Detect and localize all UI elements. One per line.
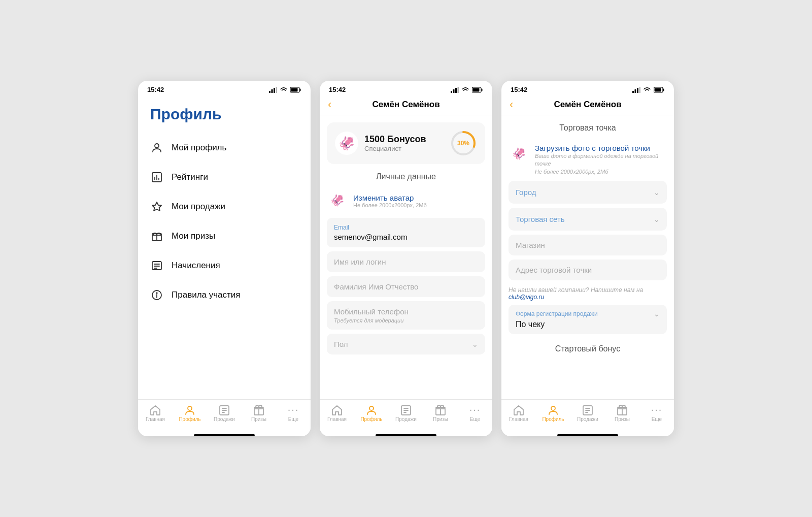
ratings-icon: [150, 171, 163, 184]
gift-icon: [150, 230, 163, 243]
tab-home-2[interactable]: Главная: [324, 404, 350, 422]
menu-item-ratings[interactable]: Рейтинги: [138, 163, 311, 192]
tab-prizes-3[interactable]: Призы: [609, 404, 635, 422]
nav-header-2: ‹ Семён Семёнов: [320, 96, 492, 115]
trade-photo-label[interactable]: Загрузить фото с торговой точки: [535, 144, 667, 152]
email-field[interactable]: Email semenov@gmail.com: [327, 218, 485, 247]
section-trade-title: Торговая точка: [501, 115, 674, 137]
tab-home-label-3: Главная: [509, 416, 528, 422]
tab-profile-1[interactable]: Профиль: [177, 404, 203, 422]
section-bonus-title: Стартовый бонус: [501, 336, 674, 357]
prizes-tab-icon: [253, 404, 265, 415]
shop-field[interactable]: Магазин: [509, 235, 667, 255]
address-field[interactable]: Адрес торговой точки: [509, 260, 667, 280]
trade-avatar: 🦑: [509, 144, 529, 164]
svg-rect-33: [458, 87, 459, 93]
prizes-tab-icon-2: [434, 404, 447, 415]
avatar-change-sub: Не более 2000x2000px, 2Мб: [353, 202, 427, 208]
menu-item-my-prizes[interactable]: Мои призы: [138, 221, 311, 251]
not-found-email[interactable]: club@vigo.ru: [509, 294, 544, 301]
phone-placeholder: Мобильный телефон: [334, 307, 478, 316]
bonus-card: 🦑 1500 Бонусов Специалист 30%: [327, 122, 485, 164]
login-field[interactable]: Имя или логин: [327, 251, 485, 272]
city-chevron-icon: ⌄: [654, 188, 660, 197]
nav-title-3: Семён Семёнов: [554, 100, 621, 110]
signal-icon-2: [451, 87, 459, 93]
tab-more-3[interactable]: ··· Еще: [644, 404, 670, 422]
more-tab-icon: ···: [288, 404, 299, 415]
time-2: 15:42: [329, 86, 346, 93]
trade-photo-sub: Ваше фото в фирменной одежде на торговой…: [535, 152, 667, 176]
bonus-info: 1500 Бонусов Специалист: [364, 134, 444, 152]
login-placeholder: Имя или логин: [334, 257, 478, 266]
fullname-placeholder: Фамилия Имя Отчество: [334, 282, 478, 291]
user-avatar-bonus: 🦑: [335, 132, 358, 155]
more-tab-icon-3: ···: [651, 404, 663, 415]
svg-point-22: [188, 406, 192, 410]
address-placeholder: Адрес торговой точки: [516, 266, 660, 274]
bonus-role: Специалист: [364, 145, 444, 152]
sales-tab-icon-2: [400, 404, 412, 415]
tab-more-label-2: Еще: [470, 416, 480, 422]
menu-item-my-profile[interactable]: Мой профиль: [138, 133, 311, 163]
tab-sales-3[interactable]: Продажи: [574, 404, 601, 422]
svg-rect-49: [639, 87, 641, 93]
retail-dropdown[interactable]: Торговая сеть ⌄: [509, 208, 667, 231]
fullname-field[interactable]: Фамилия Имя Отчество: [327, 276, 485, 297]
signal-icon-3: [632, 87, 640, 93]
wifi-icon: [280, 87, 288, 93]
wifi-icon-3: [643, 87, 651, 93]
tab-prizes-2[interactable]: Призы: [427, 404, 454, 422]
back-button-3[interactable]: ‹: [510, 98, 513, 111]
home-tab-icon-2: [331, 404, 343, 415]
retail-chevron-icon: ⌄: [654, 215, 660, 223]
tab-home-1[interactable]: Главная: [142, 404, 168, 422]
person-icon: [150, 141, 163, 154]
nav-title-2: Семён Семёнов: [372, 100, 439, 110]
accruals-icon: [150, 259, 163, 272]
nav-header-3: ‹ Семён Семёнов: [501, 96, 674, 115]
svg-rect-47: [635, 89, 636, 93]
battery-icon: [290, 87, 301, 93]
bonus-amount: 1500 Бонусов: [364, 134, 444, 145]
profile-tab-icon-2: [365, 404, 378, 415]
section-personal-title: Личные данные: [320, 164, 492, 185]
avatar-change-label[interactable]: Изменить аватар: [353, 193, 427, 202]
menu-item-my-sales[interactable]: Мои продажи: [138, 192, 311, 221]
tab-more-2[interactable]: ··· Еще: [462, 404, 488, 422]
menu-label-accruals: Начисления: [172, 261, 220, 271]
tab-sales-label-3: Продажи: [577, 416, 598, 422]
status-icons-3: [632, 87, 665, 93]
time-3: 15:42: [511, 86, 527, 93]
tab-more-1[interactable]: ··· Еще: [280, 404, 307, 422]
tab-home-3[interactable]: Главная: [505, 404, 532, 422]
battery-icon-3: [654, 87, 665, 93]
tab-sales-1[interactable]: Продажи: [211, 404, 238, 422]
email-value: semenov@gmail.com: [334, 233, 478, 241]
menu-label-my-prizes: Мои призы: [172, 231, 215, 241]
menu-list: Мой профиль Рейтинги: [138, 133, 311, 310]
sale-form-chevron-icon: ⌄: [654, 310, 660, 318]
tab-sales-2[interactable]: Продажи: [393, 404, 419, 422]
tab-prizes-label-3: Призы: [615, 416, 630, 422]
trade-photo-info: Загрузить фото с торговой точки Ваше фот…: [535, 144, 667, 176]
time-1: 15:42: [147, 86, 164, 93]
gender-field[interactable]: Пол ⌄: [327, 334, 485, 354]
sales-tab-icon: [218, 404, 230, 415]
tab-bar-2: Главная Профиль Продажи: [320, 399, 492, 431]
menu-item-accruals[interactable]: Начисления: [138, 251, 311, 280]
sale-form-dropdown[interactable]: Форма регистрации продажи ⌄ По чеку: [509, 305, 667, 334]
svg-point-38: [369, 406, 374, 410]
gender-placeholder: Пол: [334, 340, 348, 348]
menu-item-rules[interactable]: Правила участия: [138, 280, 311, 310]
back-button-2[interactable]: ‹: [328, 98, 331, 111]
tab-prizes-label-1: Призы: [251, 416, 266, 422]
shop-placeholder: Магазин: [516, 241, 660, 249]
tab-prizes-1[interactable]: Призы: [246, 404, 272, 422]
tab-profile-3[interactable]: Профиль: [540, 404, 566, 422]
status-icons-1: [269, 87, 301, 93]
tab-profile-2[interactable]: Профиль: [358, 404, 385, 422]
not-found-text: Не нашли вашей компании? Напишите нам на…: [501, 284, 674, 305]
city-dropdown[interactable]: Город ⌄: [509, 181, 667, 204]
phone-field[interactable]: Мобильный телефон Требуется для модераци…: [327, 301, 485, 330]
